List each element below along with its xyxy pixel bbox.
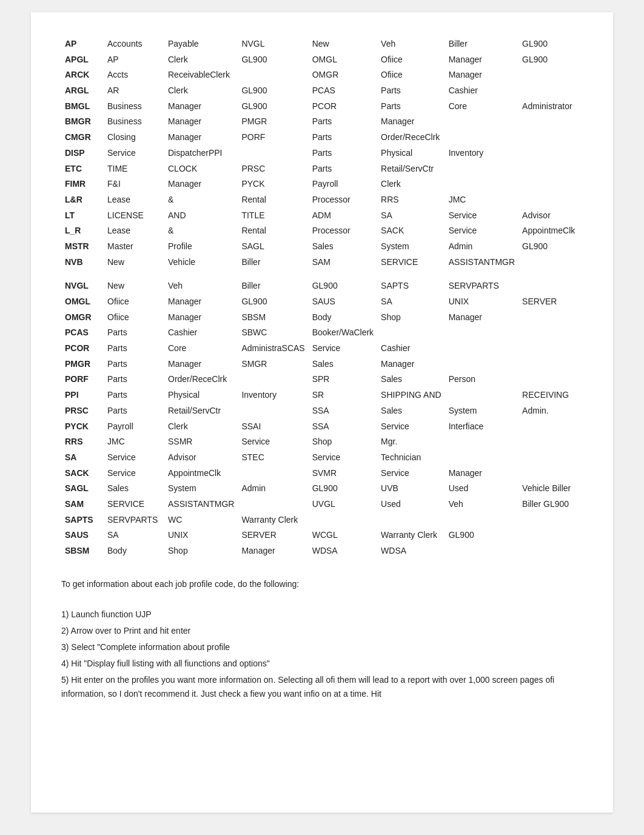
row-ex4: Admin. [518,403,583,419]
row-role1: WC [164,512,238,528]
row-gl: NVGL [238,36,308,52]
row-extra: SAM [309,255,377,270]
row-ex2: SHIPPING AND [377,387,445,403]
row-gl [238,466,308,481]
row-ex3: JMC [445,192,518,208]
row-code: PYCK [61,419,104,435]
row-ex4 [518,114,583,130]
row-code: SAM [61,497,104,512]
row-code: PRSC [61,403,104,419]
row-extra: Processor [309,223,377,239]
row-extra [309,512,377,528]
row-code: SAGL [61,481,104,497]
table-row: BMGR Business Manager PMGR Parts Manager [61,114,583,130]
row-extra: Service [309,450,377,466]
row-role1: Clerk [164,52,238,68]
row-ex2: UVB [377,481,445,497]
row-name: New [104,255,164,270]
row-ex2: Service [377,419,445,435]
row-code: PORF [61,372,104,387]
row-extra: Sales [309,357,377,372]
row-ex2: Sales [377,403,445,419]
table-row: NVB New Vehicle Biller SAM SERVICE ASSIS… [61,255,583,270]
row-code: APGL [61,52,104,68]
row-ex3 [445,161,518,177]
row-role1: Order/ReceClrk [164,372,238,387]
row-role1: & [164,223,238,239]
row-name: SA [104,528,164,543]
row-extra: Parts [309,161,377,177]
row-code: ARGL [61,83,104,99]
row-gl: Manager [238,543,308,559]
row-role1: Payable [164,36,238,52]
row-gl [238,497,308,512]
row-extra: PCOR [309,99,377,115]
table-row: OMGL Ofiice Manager GL900 SAUS SA UNIX S… [61,294,583,310]
row-role1: Manager [164,130,238,146]
table-row: L_R Lease & Rental Processor SACK Servic… [61,223,583,239]
instruction-step-2: 2) Arrow over to Print and hit enter [61,624,583,638]
row-name: LICENSE [104,208,164,224]
row-ex4: SERVER [518,294,583,310]
row-extra: OMGR [309,67,377,83]
row-ex2: Shop [377,310,445,326]
row-extra: UVGL [309,497,377,512]
row-ex2: Manager [377,357,445,372]
table-row: SA Service Advisor STEC Service Technici… [61,450,583,466]
row-gl: Biller [238,255,308,270]
row-role1: CLOCK [164,161,238,177]
row-extra: Parts [309,146,377,161]
row-gl [238,372,308,387]
row-ex2: Warranty Clerk [377,528,445,543]
page: AP Accounts Payable NVGL New Veh Biller … [31,12,613,813]
row-name: Closing [104,130,164,146]
row-name: Business [104,99,164,115]
row-code: SAUS [61,528,104,543]
table-row: ETC TIME CLOCK PRSC Parts Retail/ServCtr [61,161,583,177]
row-ex2: Parts [377,83,445,99]
table-row: ARGL AR Clerk GL900 PCAS Parts Cashier [61,83,583,99]
instruction-step-1: 1) Launch fiunction UJP [61,608,583,622]
row-ex4: GL900 [518,52,583,68]
table-row: NVGL New Veh Biller GL900 SAPTS SERVPART… [61,278,583,294]
row-code: DISP [61,146,104,161]
row-name: Accounts [104,36,164,52]
row-code: FIMR [61,176,104,192]
row-ex4 [518,161,583,177]
row-name: Parts [104,372,164,387]
row-name: TIME [104,161,164,177]
row-extra: Payroll [309,176,377,192]
row-ex4 [518,543,583,559]
table-row: PCAS Parts Cashier SBWC Booker/WaClerk [61,325,583,341]
row-name: Parts [104,325,164,341]
row-ex3 [445,512,518,528]
row-ex4 [518,67,583,83]
row-extra: PCAS [309,83,377,99]
row-gl: Rental [238,192,308,208]
row-role1: Clerk [164,83,238,99]
row-name: Ofiice [104,294,164,310]
row-ex3: Manager [445,466,518,481]
row-ex4 [518,372,583,387]
row-role1: Manager [164,114,238,130]
row-ex2: Order/ReceClrk [377,130,445,146]
row-ex3 [445,130,518,146]
row-role1: AND [164,208,238,224]
row-ex4 [518,419,583,435]
row-name: Business [104,114,164,130]
row-name: SERVICE [104,497,164,512]
row-ex2: SERVICE [377,255,445,270]
row-code: PCOR [61,341,104,357]
table-row: PYCK Payroll Clerk SSAI SSA Service Inte… [61,419,583,435]
table-row: PRSC Parts Retail/ServCtr SSA Sales Syst… [61,403,583,419]
row-name: F&I [104,176,164,192]
row-ex3: Service [445,208,518,224]
row-gl: Admin [238,481,308,497]
row-ex2: Clerk [377,176,445,192]
row-ex4: AppointmeClk [518,223,583,239]
row-code: SA [61,450,104,466]
row-name: Service [104,466,164,481]
table-row: FIMR F&I Manager PYCK Payroll Clerk [61,176,583,192]
table-row: SAM SERVICE ASSISTANTMGR UVGL Used Veh B… [61,497,583,512]
row-gl: PMGR [238,114,308,130]
